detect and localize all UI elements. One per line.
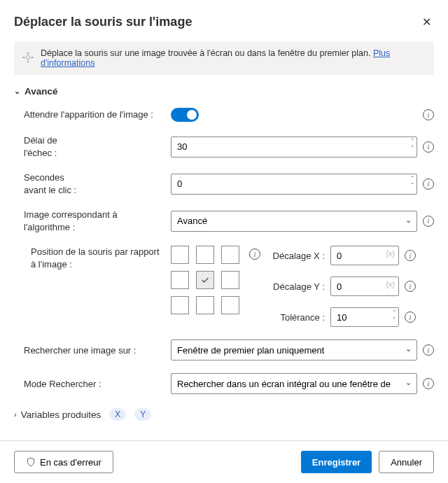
fail-delay-label: Délai de l'échec :: [24, 134, 171, 159]
position-label: Position de la souris par rapport à l'im…: [24, 246, 171, 270]
stepper-down-icon[interactable]: ˅: [411, 145, 414, 152]
produced-var-y[interactable]: Y: [134, 408, 151, 421]
stepper-down-icon[interactable]: ˅: [393, 316, 396, 323]
fx-icon[interactable]: {x}: [386, 249, 395, 258]
search-mode-label: Mode Rechercher :: [24, 378, 171, 391]
fx-icon[interactable]: {x}: [386, 280, 395, 288]
advanced-section-toggle[interactable]: ⌄ Avancé: [14, 86, 434, 97]
pos-cell-tl[interactable]: [171, 246, 189, 264]
pos-cell-center[interactable]: [196, 271, 214, 289]
info-banner: Déplace la souris sur une image trouvée …: [14, 41, 434, 75]
algorithm-select[interactable]: [171, 211, 417, 232]
tolerance-label: Tolérance :: [270, 312, 325, 323]
info-icon[interactable]: i: [423, 141, 434, 153]
chevron-right-icon: ›: [14, 410, 17, 419]
tolerance-input[interactable]: [330, 307, 399, 327]
advanced-section-label: Avancé: [24, 86, 58, 97]
pos-cell-br[interactable]: [221, 296, 239, 314]
wait-image-label: Attendre l'apparition de l'image :: [24, 108, 171, 121]
info-icon[interactable]: i: [423, 216, 434, 227]
on-error-button[interactable]: En cas d'erreur: [14, 451, 113, 473]
chevron-down-icon: ⌄: [14, 87, 20, 96]
info-icon[interactable]: i: [423, 178, 434, 190]
search-on-select[interactable]: [171, 340, 417, 360]
search-on-label: Rechercher une image sur :: [24, 344, 171, 357]
pos-cell-mr[interactable]: [221, 271, 239, 289]
shield-icon: [26, 457, 36, 467]
seconds-before-input[interactable]: [171, 174, 417, 195]
svg-point-0: [26, 55, 29, 59]
info-icon[interactable]: i: [423, 109, 434, 120]
pos-cell-tr[interactable]: [221, 246, 239, 264]
offset-x-label: Décalage X :: [270, 251, 325, 261]
produced-var-x[interactable]: X: [109, 408, 126, 421]
stepper-up-icon[interactable]: ˄: [411, 138, 414, 145]
search-mode-select[interactable]: [171, 373, 417, 394]
info-icon[interactable]: i: [423, 378, 434, 389]
produced-vars-label: Variables produites: [21, 410, 102, 420]
info-icon[interactable]: i: [405, 312, 416, 323]
banner-text: Déplace la souris sur une image trouvée …: [41, 48, 370, 58]
move-mouse-icon: [22, 52, 34, 65]
stepper-up-icon[interactable]: ˄: [393, 309, 396, 316]
wait-image-toggle[interactable]: [171, 108, 199, 122]
dialog-title: Déplacer la souris sur l'image: [14, 15, 192, 29]
info-icon[interactable]: i: [249, 248, 260, 260]
offset-y-label: Décalage Y :: [270, 281, 325, 292]
stepper-up-icon[interactable]: ˄: [411, 175, 414, 182]
info-icon[interactable]: i: [423, 344, 434, 356]
seconds-before-label: Secondes avant le clic :: [24, 172, 171, 196]
check-icon: [200, 275, 210, 285]
info-icon[interactable]: i: [405, 281, 416, 292]
pos-cell-ml[interactable]: [171, 271, 189, 289]
fail-delay-input[interactable]: [171, 136, 417, 158]
on-error-label: En cas d'erreur: [40, 457, 102, 468]
save-button[interactable]: Enregistrer: [301, 451, 372, 473]
pos-cell-tc[interactable]: [196, 246, 214, 264]
pos-cell-bl[interactable]: [171, 296, 189, 314]
produced-vars-toggle[interactable]: › Variables produites X Y: [14, 408, 434, 421]
info-icon[interactable]: i: [405, 250, 416, 261]
algorithm-label: Image correspondant à l'algorithme :: [24, 209, 171, 233]
close-button[interactable]: ✕: [419, 13, 434, 31]
cancel-button[interactable]: Annuler: [379, 451, 434, 473]
position-grid: [171, 246, 239, 314]
stepper-down-icon[interactable]: ˅: [411, 182, 414, 189]
pos-cell-bc[interactable]: [196, 296, 214, 314]
